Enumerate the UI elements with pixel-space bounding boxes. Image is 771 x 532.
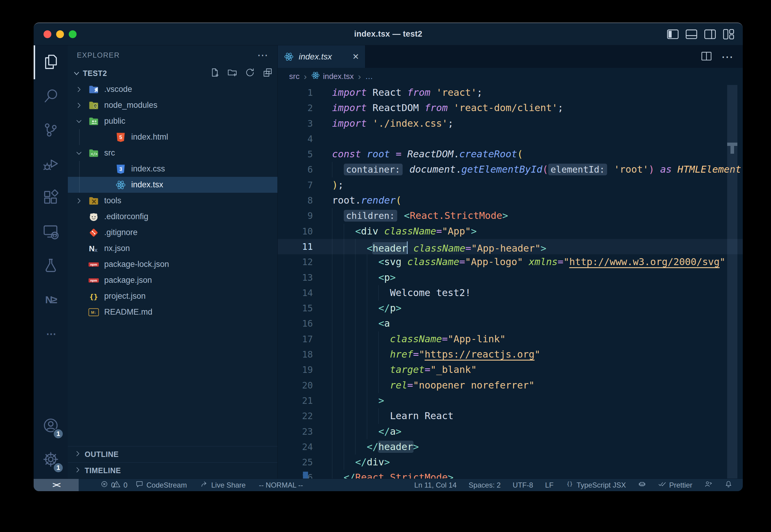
status-feedback[interactable] (704, 480, 712, 490)
tree-item-label: package-lock.json (104, 260, 169, 269)
collapse-all-button[interactable] (263, 68, 273, 79)
status-notifications[interactable] (724, 480, 733, 490)
activity-more[interactable]: ⋯ (34, 317, 68, 351)
breadcrumb-item-more[interactable]: … (365, 72, 373, 81)
code-line-15[interactable]: 15 </p> (278, 301, 743, 316)
code-line-12[interactable]: 12 <svg className="App-logo" xmlns="http… (278, 254, 743, 270)
tree-item-node-modules[interactable]: JSnode_modules (68, 97, 277, 113)
code-token: ( (517, 148, 523, 160)
status-codestream[interactable]: CodeStream (135, 480, 187, 490)
activity-remote-explorer[interactable] (34, 215, 68, 249)
activity-accounts[interactable]: 1 (34, 409, 68, 443)
activity-testing[interactable] (34, 249, 68, 283)
new-folder-button[interactable] (227, 68, 237, 79)
project-section-header[interactable]: TEST2 (68, 65, 277, 81)
tree-item-index-css[interactable]: 3index.css (68, 161, 277, 177)
tab-index-tsx[interactable]: index.tsx ✕ (278, 45, 365, 68)
code-line-2[interactable]: 2import ReactDOM from 'react-dom/client'… (278, 100, 743, 116)
code-line-22[interactable]: 22 Learn React (278, 408, 743, 424)
zoom-window-button[interactable] (69, 30, 77, 38)
activity-extensions[interactable] (34, 181, 68, 215)
code-line-6[interactable]: 6 container: document.getElementById(ele… (278, 162, 743, 177)
new-file-button[interactable] (210, 68, 219, 79)
tree-item-index-tsx[interactable]: index.tsx (68, 177, 277, 193)
code-line-11[interactable]: 11 <header className="App-header"> (278, 239, 743, 254)
code-token: = (407, 379, 413, 391)
code-line-17[interactable]: 17 className="App-link" (278, 331, 743, 347)
tab-close-icon[interactable]: ✕ (352, 52, 359, 62)
tree-item--vscode[interactable]: .vscode (68, 81, 277, 97)
code-line-9[interactable]: 9 children: <React.StrictMode> (278, 208, 743, 223)
minimize-window-button[interactable] (56, 30, 64, 38)
tree-item--gitignore[interactable]: .gitignore (68, 225, 277, 240)
panel-outline[interactable]: OUTLINE (68, 446, 277, 462)
code-line-5[interactable]: 5const root = ReactDOM.createRoot( (278, 147, 743, 162)
tree-item-readme-md[interactable]: M↓README.md (68, 304, 277, 320)
code-line-4[interactable]: 4 (278, 131, 743, 147)
code-line-20[interactable]: 20 rel="noopener noreferrer" (278, 378, 743, 393)
status-vim-mode[interactable]: -- NORMAL -- (259, 481, 303, 489)
code-line-8[interactable]: 8root.render( (278, 193, 743, 208)
code-line-21[interactable]: 21 > (278, 393, 743, 408)
code-line-26[interactable]: 26 </React.StrictMode> (278, 470, 743, 479)
code-line-16[interactable]: 16 <a (278, 316, 743, 331)
breadcrumb-label: … (365, 72, 373, 81)
status-prettier[interactable]: Prettier (658, 480, 692, 490)
activity-settings[interactable]: 1 (34, 443, 68, 477)
tree-item-package-json[interactable]: npmpackage.json (68, 272, 277, 288)
code-line-10[interactable]: 10 <div className="App"> (278, 224, 743, 239)
status-count: 0 (123, 481, 127, 489)
remote-explorer-icon (43, 223, 59, 241)
activity-explorer[interactable] (34, 45, 68, 79)
code-line-13[interactable]: 13 <p> (278, 270, 743, 285)
code-line-25[interactable]: 25 </div> (278, 455, 743, 470)
tree-item-nx-json[interactable]: Nxnx.json (68, 240, 277, 256)
activity-search[interactable] (34, 79, 68, 113)
toggle-secondary-sidebar-icon[interactable] (704, 28, 716, 42)
tree-item-index-html[interactable]: 5index.html (68, 129, 277, 145)
customize-layout-icon[interactable] (722, 28, 735, 42)
code-line-19[interactable]: 19 target="_blank" (278, 362, 743, 377)
code-line-24[interactable]: 24 </header> (278, 439, 743, 455)
activity-source-control[interactable] (34, 113, 68, 147)
activity-nx-console[interactable]: N≥ (34, 283, 68, 317)
activity-run-debug[interactable] (34, 147, 68, 181)
status-problems[interactable]: 00 (100, 480, 122, 490)
status-extension-robot[interactable] (638, 480, 646, 490)
split-editor-button[interactable] (701, 50, 712, 63)
toggle-panel-icon[interactable] (685, 28, 698, 42)
toggle-primary-sidebar-icon[interactable] (667, 28, 679, 42)
tree-item--editorconfig[interactable]: .editorconfig (68, 209, 277, 225)
status-remote-indicator[interactable]: >< (34, 479, 79, 491)
status-live-share[interactable]: Live Share (200, 480, 246, 490)
tree-item-tools[interactable]: tools (68, 193, 277, 209)
code-line-18[interactable]: 18 href="https://reactjs.org" (278, 347, 743, 362)
code-line-23[interactable]: 23 </a> (278, 424, 743, 439)
status-indentation[interactable]: Spaces: 2 (469, 481, 501, 489)
refresh-button[interactable] (245, 68, 255, 79)
tree-indent-guide (79, 161, 80, 193)
status-language-mode[interactable]: {}TypeScript JSX (566, 480, 626, 490)
code-line-14[interactable]: 14 Welcome test2! (278, 285, 743, 301)
line-number: 11 (278, 239, 332, 254)
panel-timeline[interactable]: TIMELINE (68, 462, 277, 479)
code-token: div (367, 456, 384, 468)
close-window-button[interactable] (44, 30, 51, 38)
code-line-7[interactable]: 7); (278, 177, 743, 193)
status-cursor-position[interactable]: Ln 11, Col 14 (414, 481, 457, 489)
code-line-3[interactable]: 3import './index.css'; (278, 116, 743, 131)
tree-item-src[interactable]: </>src (68, 145, 277, 161)
tree-item-project-json[interactable]: {}project.json (68, 288, 277, 304)
tree-item-public[interactable]: public (68, 113, 277, 129)
code-line-1[interactable]: 1import React from 'react'; (278, 85, 743, 100)
code-editor[interactable]: 1import React from 'react';2import React… (278, 85, 743, 479)
tree-item-package-lock-json[interactable]: npmpackage-lock.json (68, 256, 277, 272)
status-encoding[interactable]: UTF-8 (513, 481, 533, 489)
status-eol[interactable]: LF (545, 481, 554, 489)
editor-scrollbar[interactable] (727, 85, 737, 479)
code-token: ReactDOM (373, 102, 419, 113)
tree-item-label: .gitignore (104, 228, 138, 237)
breadcrumb-item-src[interactable]: src (289, 72, 300, 81)
code-token: ; (448, 118, 453, 129)
breadcrumb-item-index-tsx[interactable]: index.tsx (311, 71, 354, 82)
